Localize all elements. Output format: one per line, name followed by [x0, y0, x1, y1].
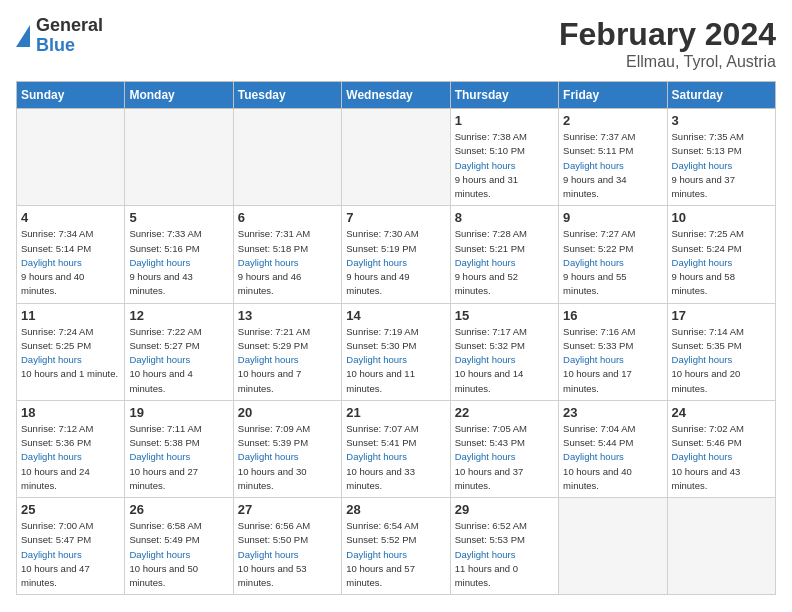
week-row-3: 11Sunrise: 7:24 AMSunset: 5:25 PMDayligh…: [17, 303, 776, 400]
week-row-1: 1Sunrise: 7:38 AMSunset: 5:10 PMDaylight…: [17, 109, 776, 206]
day-info: Sunrise: 7:25 AMSunset: 5:24 PMDaylight …: [672, 227, 771, 298]
day-info: Sunrise: 7:38 AMSunset: 5:10 PMDaylight …: [455, 130, 554, 201]
day-number: 21: [346, 405, 445, 420]
day-number: 12: [129, 308, 228, 323]
day-number: 20: [238, 405, 337, 420]
daylight-label: Daylight hours: [129, 451, 190, 462]
day-cell: 15Sunrise: 7:17 AMSunset: 5:32 PMDayligh…: [450, 303, 558, 400]
day-cell: 9Sunrise: 7:27 AMSunset: 5:22 PMDaylight…: [559, 206, 667, 303]
daylight-label: Daylight hours: [238, 451, 299, 462]
day-cell: [125, 109, 233, 206]
logo-icon: [16, 25, 30, 47]
title-block: February 2024 Ellmau, Tyrol, Austria: [559, 16, 776, 71]
day-info: Sunrise: 7:07 AMSunset: 5:41 PMDaylight …: [346, 422, 445, 493]
daylight-label: Daylight hours: [129, 354, 190, 365]
daylight-label: Daylight hours: [346, 257, 407, 268]
day-cell: 12Sunrise: 7:22 AMSunset: 5:27 PMDayligh…: [125, 303, 233, 400]
daylight-label: Daylight hours: [21, 549, 82, 560]
logo: General Blue: [16, 16, 103, 56]
day-number: 15: [455, 308, 554, 323]
day-cell: 29Sunrise: 6:52 AMSunset: 5:53 PMDayligh…: [450, 498, 558, 595]
day-info: Sunrise: 7:09 AMSunset: 5:39 PMDaylight …: [238, 422, 337, 493]
day-info: Sunrise: 6:56 AMSunset: 5:50 PMDaylight …: [238, 519, 337, 590]
daylight-label: Daylight hours: [129, 257, 190, 268]
day-cell: 5Sunrise: 7:33 AMSunset: 5:16 PMDaylight…: [125, 206, 233, 303]
day-cell: 2Sunrise: 7:37 AMSunset: 5:11 PMDaylight…: [559, 109, 667, 206]
day-info: Sunrise: 7:04 AMSunset: 5:44 PMDaylight …: [563, 422, 662, 493]
day-info: Sunrise: 7:27 AMSunset: 5:22 PMDaylight …: [563, 227, 662, 298]
day-number: 23: [563, 405, 662, 420]
day-number: 17: [672, 308, 771, 323]
day-number: 25: [21, 502, 120, 517]
day-number: 6: [238, 210, 337, 225]
header-tuesday: Tuesday: [233, 82, 341, 109]
day-cell: [342, 109, 450, 206]
calendar-header-row: SundayMondayTuesdayWednesdayThursdayFrid…: [17, 82, 776, 109]
daylight-label: Daylight hours: [455, 160, 516, 171]
day-cell: 1Sunrise: 7:38 AMSunset: 5:10 PMDaylight…: [450, 109, 558, 206]
day-info: Sunrise: 7:30 AMSunset: 5:19 PMDaylight …: [346, 227, 445, 298]
daylight-label: Daylight hours: [21, 451, 82, 462]
day-info: Sunrise: 7:11 AMSunset: 5:38 PMDaylight …: [129, 422, 228, 493]
day-number: 26: [129, 502, 228, 517]
day-info: Sunrise: 7:12 AMSunset: 5:36 PMDaylight …: [21, 422, 120, 493]
day-cell: 7Sunrise: 7:30 AMSunset: 5:19 PMDaylight…: [342, 206, 450, 303]
daylight-label: Daylight hours: [455, 451, 516, 462]
day-cell: 17Sunrise: 7:14 AMSunset: 5:35 PMDayligh…: [667, 303, 775, 400]
daylight-label: Daylight hours: [672, 451, 733, 462]
day-info: Sunrise: 6:58 AMSunset: 5:49 PMDaylight …: [129, 519, 228, 590]
day-cell: 16Sunrise: 7:16 AMSunset: 5:33 PMDayligh…: [559, 303, 667, 400]
day-number: 5: [129, 210, 228, 225]
day-cell: 19Sunrise: 7:11 AMSunset: 5:38 PMDayligh…: [125, 400, 233, 497]
logo-general: General: [36, 16, 103, 36]
day-number: 27: [238, 502, 337, 517]
day-info: Sunrise: 7:21 AMSunset: 5:29 PMDaylight …: [238, 325, 337, 396]
daylight-label: Daylight hours: [563, 451, 624, 462]
calendar-table: SundayMondayTuesdayWednesdayThursdayFrid…: [16, 81, 776, 595]
day-number: 14: [346, 308, 445, 323]
month-title: February 2024: [559, 16, 776, 53]
day-cell: 6Sunrise: 7:31 AMSunset: 5:18 PMDaylight…: [233, 206, 341, 303]
daylight-label: Daylight hours: [455, 257, 516, 268]
header-wednesday: Wednesday: [342, 82, 450, 109]
daylight-label: Daylight hours: [455, 354, 516, 365]
week-row-2: 4Sunrise: 7:34 AMSunset: 5:14 PMDaylight…: [17, 206, 776, 303]
day-cell: 18Sunrise: 7:12 AMSunset: 5:36 PMDayligh…: [17, 400, 125, 497]
week-row-5: 25Sunrise: 7:00 AMSunset: 5:47 PMDayligh…: [17, 498, 776, 595]
day-info: Sunrise: 7:35 AMSunset: 5:13 PMDaylight …: [672, 130, 771, 201]
day-cell: 22Sunrise: 7:05 AMSunset: 5:43 PMDayligh…: [450, 400, 558, 497]
day-cell: 20Sunrise: 7:09 AMSunset: 5:39 PMDayligh…: [233, 400, 341, 497]
daylight-label: Daylight hours: [455, 549, 516, 560]
day-info: Sunrise: 7:17 AMSunset: 5:32 PMDaylight …: [455, 325, 554, 396]
daylight-label: Daylight hours: [563, 257, 624, 268]
daylight-label: Daylight hours: [21, 257, 82, 268]
day-number: 18: [21, 405, 120, 420]
day-number: 16: [563, 308, 662, 323]
day-number: 10: [672, 210, 771, 225]
daylight-label: Daylight hours: [563, 354, 624, 365]
day-cell: [559, 498, 667, 595]
day-info: Sunrise: 7:14 AMSunset: 5:35 PMDaylight …: [672, 325, 771, 396]
logo-text: General Blue: [36, 16, 103, 56]
day-cell: [667, 498, 775, 595]
day-info: Sunrise: 7:28 AMSunset: 5:21 PMDaylight …: [455, 227, 554, 298]
daylight-label: Daylight hours: [672, 160, 733, 171]
day-cell: 14Sunrise: 7:19 AMSunset: 5:30 PMDayligh…: [342, 303, 450, 400]
day-info: Sunrise: 7:34 AMSunset: 5:14 PMDaylight …: [21, 227, 120, 298]
day-cell: 3Sunrise: 7:35 AMSunset: 5:13 PMDaylight…: [667, 109, 775, 206]
daylight-label: Daylight hours: [563, 160, 624, 171]
day-info: Sunrise: 7:19 AMSunset: 5:30 PMDaylight …: [346, 325, 445, 396]
day-cell: 28Sunrise: 6:54 AMSunset: 5:52 PMDayligh…: [342, 498, 450, 595]
header-saturday: Saturday: [667, 82, 775, 109]
day-cell: 4Sunrise: 7:34 AMSunset: 5:14 PMDaylight…: [17, 206, 125, 303]
day-cell: 23Sunrise: 7:04 AMSunset: 5:44 PMDayligh…: [559, 400, 667, 497]
daylight-label: Daylight hours: [238, 354, 299, 365]
daylight-label: Daylight hours: [672, 257, 733, 268]
day-number: 28: [346, 502, 445, 517]
daylight-label: Daylight hours: [346, 549, 407, 560]
page-header: General Blue February 2024 Ellmau, Tyrol…: [16, 16, 776, 71]
day-info: Sunrise: 7:00 AMSunset: 5:47 PMDaylight …: [21, 519, 120, 590]
week-row-4: 18Sunrise: 7:12 AMSunset: 5:36 PMDayligh…: [17, 400, 776, 497]
day-number: 1: [455, 113, 554, 128]
location-title: Ellmau, Tyrol, Austria: [559, 53, 776, 71]
